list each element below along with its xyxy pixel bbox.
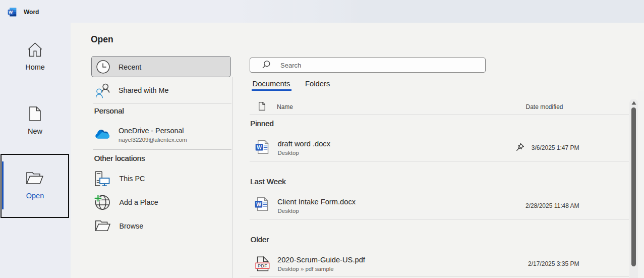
- svg-text:PDF: PDF: [258, 263, 267, 268]
- svg-text:W: W: [9, 10, 13, 15]
- svg-text:W: W: [256, 202, 261, 207]
- svg-text:W: W: [257, 145, 262, 150]
